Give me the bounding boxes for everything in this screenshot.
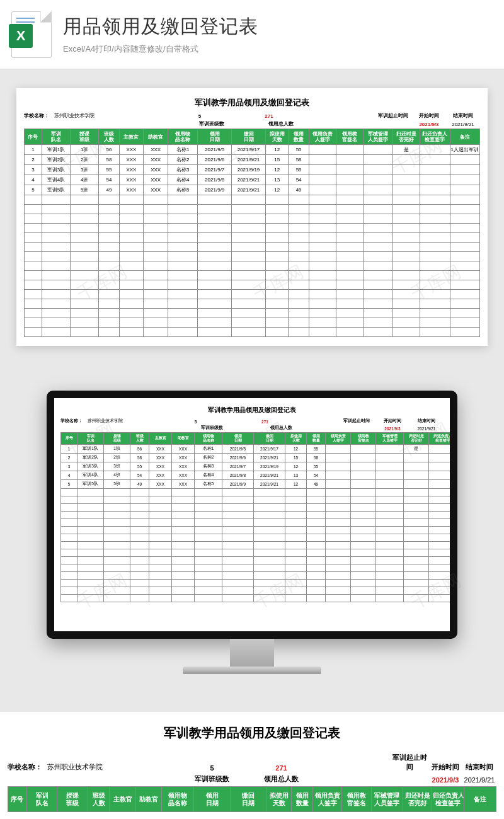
doc-title-monitor: 军训教学用品领用及缴回登记表 (60, 406, 444, 415)
table-row-empty (61, 549, 450, 556)
col-header-9: 拟使用天数 (265, 129, 289, 145)
table-row-empty (61, 503, 450, 511)
school-name: 苏州职业技术学院 (47, 762, 103, 772)
table-row-empty (61, 496, 450, 503)
start-value: 2021/9/3 (375, 427, 410, 431)
col-header-15: 归还负责人检查签字 (429, 433, 450, 445)
col-header-7: 领用日期 (222, 433, 254, 445)
table-row-empty (61, 564, 450, 571)
table-row-empty (25, 280, 480, 290)
col-header-5: 助教官 (144, 129, 168, 145)
end-label: 结束时间 (410, 418, 444, 424)
col-header-0: 序号 (8, 787, 27, 812)
col-header-12: 领用教官签名 (342, 787, 371, 812)
col-header-10: 领用数量 (289, 129, 309, 145)
total-people-label: 领用总人数 (259, 774, 303, 784)
table-row-empty (25, 205, 480, 214)
col-header-10: 领用数量 (307, 433, 326, 445)
col-header-11: 领用负责人签字 (309, 129, 336, 145)
col-header-9: 拟使用天数 (266, 787, 291, 812)
col-header-11: 领用负责人签字 (326, 433, 351, 445)
class-count-value: 5 (178, 113, 222, 119)
table-row: 1军训1队1班56 XXXXXX名称12021/9/5 2021/9/17125… (25, 145, 480, 155)
total-people-value: 271 (247, 113, 291, 119)
col-header-0: 序号 (61, 433, 77, 445)
table-row-empty (61, 526, 450, 534)
period-label: 军训起止时间 (338, 418, 375, 424)
data-table: 序号军训队名授课班级班级人数主教官助教官领用物品名称领用日期缴回日期拟使用天数领… (24, 129, 480, 337)
table-row-empty (25, 233, 480, 243)
table-row-empty (25, 318, 480, 328)
monitor-mockup: 军训教学用品领用及缴回登记表 学校名称： 苏州职业技术学院 5 271 军训起止… (47, 391, 457, 674)
col-header-13: 军械管理人员签字 (363, 129, 392, 145)
period-label: 军训起止时间 (374, 112, 412, 119)
class-count-value: 5 (174, 420, 218, 424)
table-row-empty (61, 488, 450, 496)
col-header-8: 缴回日期 (230, 787, 266, 812)
total-people-value: 271 (243, 420, 287, 424)
table-row-empty (25, 328, 480, 337)
start-label: 开始时间 (412, 112, 446, 119)
table-row-empty (25, 271, 480, 280)
start-label: 开始时间 (375, 418, 410, 424)
col-header-1: 军训队名 (42, 129, 70, 145)
col-header-8: 缴回日期 (254, 433, 285, 445)
col-header-15: 归还负责人检查签字 (432, 787, 464, 812)
col-header-4: 主教官 (149, 433, 172, 445)
table-row-empty (61, 579, 450, 587)
col-header-2: 授课班级 (104, 433, 130, 445)
col-header-3: 班级人数 (99, 129, 119, 145)
col-header-10: 领用数量 (291, 787, 313, 812)
info-block-monitor: 学校名称： 苏州职业技术学院 5 271 军训起止时间 开始时间 结束时间 军训… (60, 418, 444, 602)
table-row: 2军训2队2班58 XXXXXX名称22021/9/6 2021/9/21155… (61, 453, 450, 462)
table-row-empty (61, 541, 450, 549)
total-people-value: 271 (260, 764, 304, 772)
end-value: 2021/9/21 (410, 427, 444, 431)
school-label: 学校名称： (8, 762, 42, 772)
table-row: 4军训4队4班54 XXXXXX名称42021/9/8 2021/9/21135… (25, 175, 480, 185)
col-header-4: 主教官 (119, 129, 144, 145)
col-header-9: 拟使用天数 (285, 433, 307, 445)
col-header-4: 主教官 (110, 787, 136, 812)
school-label: 学校名称： (24, 112, 49, 119)
table-row-empty (61, 571, 450, 579)
col-header-7: 领用日期 (198, 129, 232, 145)
col-header-15: 归还负责人检查签字 (420, 129, 450, 145)
end-value: 2021/9/21 (462, 776, 496, 784)
total-people-label: 领用总人数 (259, 120, 303, 127)
table-row-empty (25, 252, 480, 261)
col-header-6: 领用物品名称 (162, 787, 194, 812)
col-header-2: 授课班级 (57, 787, 88, 812)
col-header-13: 军械管理人员签字 (371, 787, 403, 812)
table-row-empty (25, 309, 480, 318)
monitor-bezel: 军训教学用品领用及缴回登记表 学校名称： 苏州职业技术学院 5 271 军训起止… (47, 391, 457, 639)
table-row-empty (61, 518, 450, 526)
col-header-5: 助教官 (172, 433, 195, 445)
school-label: 学校名称： (60, 418, 83, 424)
monitor-base (183, 667, 321, 674)
table-row-empty (25, 243, 480, 252)
col-header-2: 授课班级 (71, 129, 99, 145)
table-row: 5军训5队5班49 XXXXXX名称52021/9/9 2021/9/21124… (61, 479, 450, 488)
col-header-7: 领用日期 (194, 787, 231, 812)
col-header-14: 归还时是否完好 (393, 129, 420, 145)
col-header-11: 领用负责人签字 (313, 787, 342, 812)
col-header-16: 备注 (464, 787, 496, 812)
col-header-16: 备注 (450, 129, 480, 145)
banner-title: 用品领用及缴回登记表 (63, 14, 493, 40)
excel-file-icon: X (11, 11, 52, 58)
document-preview-large: 军训教学用品领用及缴回登记表 学校名称： 苏州职业技术学院 5 271 军训起止… (16, 88, 488, 346)
table-row-empty (61, 511, 450, 518)
table-row: 3军训3队3班55 XXXXXX名称32021/9/7 2021/9/19125… (25, 165, 480, 175)
period-label: 军训起止时间 (391, 753, 428, 772)
end-label: 结束时间 (446, 112, 480, 119)
col-header-6: 领用物品名称 (168, 129, 198, 145)
doc-title-bottom: 军训教学用品领用及缴回登记表 (8, 724, 496, 742)
start-label: 开始时间 (428, 762, 462, 772)
col-header-6: 领用物品名称 (195, 433, 222, 445)
table-row: 1军训1队1班56 XXXXXX名称12021/9/5 2021/9/17125… (61, 444, 450, 453)
top-banner: X 用品领用及缴回登记表 Excel/A4打印/内容随意修改/自带格式 (0, 0, 504, 69)
table-row-empty (61, 556, 450, 564)
col-header-5: 助教官 (135, 787, 162, 812)
end-label: 结束时间 (462, 762, 496, 772)
